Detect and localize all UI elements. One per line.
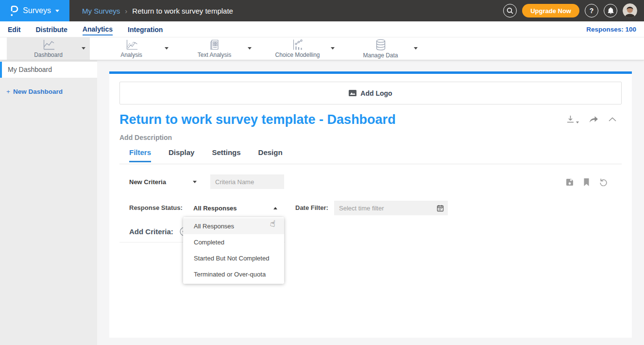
- add-logo-label: Add Logo: [360, 89, 392, 97]
- product-menu[interactable]: Surveys: [0, 0, 69, 21]
- new-dashboard-label: New Dashboard: [13, 88, 63, 95]
- criteria-type-value: New Criteria: [129, 178, 166, 186]
- chevron-up-icon: [273, 207, 277, 209]
- date-filter-field: [334, 201, 448, 215]
- chevron-down-icon[interactable]: [165, 47, 169, 50]
- reset-button[interactable]: [599, 178, 608, 186]
- response-status-menu: All Responses Completed Started But Not …: [183, 217, 284, 284]
- chevron-down-icon[interactable]: [414, 47, 418, 50]
- response-status-dropdown[interactable]: All Responses: [193, 201, 281, 215]
- chevron-down-icon: [576, 121, 579, 123]
- bell-icon: [608, 7, 614, 14]
- toolbar-dashboard-label: Dashboard: [34, 52, 63, 58]
- topbar-actions: Upgrade Now ?: [503, 0, 637, 21]
- add-criteria-label: Add Criteria:: [129, 227, 173, 236]
- page-title: Return to work survey template - Dashboa…: [119, 112, 396, 127]
- toolbar-manage-data[interactable]: Manage Data: [339, 37, 422, 60]
- bookmark-button[interactable]: [583, 178, 590, 186]
- download-icon: [566, 115, 575, 123]
- sidebar-item-my-dashboard[interactable]: My Dashboard: [0, 62, 97, 78]
- nav-distribute[interactable]: Distribute: [35, 23, 67, 35]
- breadcrumb-current-survey: Return to work survey template: [132, 7, 233, 15]
- tab-filters[interactable]: Filters: [129, 148, 151, 162]
- add-logo-button[interactable]: Add Logo: [119, 82, 622, 104]
- database-icon: [375, 39, 387, 51]
- upgrade-now-button[interactable]: Upgrade Now: [522, 4, 579, 17]
- toolbar-choice-modelling[interactable]: Choice Modelling: [256, 37, 339, 60]
- response-status-value: All Responses: [193, 205, 237, 212]
- criteria-actions: [566, 178, 608, 186]
- breadcrumb-my-surveys[interactable]: My Surveys: [82, 7, 120, 15]
- card-accent-bar: [109, 71, 632, 74]
- dashboard-actions: [566, 115, 616, 123]
- tabs-divider: [119, 164, 622, 164]
- share-button[interactable]: [589, 116, 598, 123]
- calendar-icon[interactable]: [437, 205, 444, 212]
- settings-tabs: Filters Display Settings Design: [129, 148, 283, 162]
- chevron-up-icon: [609, 117, 616, 121]
- floppy-disk-icon: [566, 178, 574, 186]
- date-filter-label: Date Filter:: [295, 201, 328, 215]
- plus-icon: +: [6, 88, 10, 95]
- toolbar-analysis-label: Analysis: [120, 52, 142, 58]
- image-icon: [349, 90, 356, 96]
- response-status-label: Response Status:: [129, 201, 183, 215]
- responses-count: Responses: 100: [586, 26, 636, 33]
- user-avatar[interactable]: [623, 3, 637, 18]
- chevron-down-icon[interactable]: [248, 47, 252, 50]
- collapse-button[interactable]: [609, 117, 616, 121]
- toolbar-dashboard[interactable]: Dashboard: [7, 37, 90, 60]
- tab-design[interactable]: Design: [258, 148, 283, 162]
- question-mark-icon: ?: [590, 7, 594, 15]
- choice-modelling-icon: [291, 39, 304, 51]
- text-analysis-icon: [209, 39, 220, 51]
- analytics-toolbar: Dashboard Analysis Text Analysis: [0, 37, 644, 60]
- dashboard-card: Add Logo Return to work survey template …: [109, 71, 632, 338]
- chevron-down-icon: [193, 181, 197, 183]
- criteria-name-input[interactable]: [210, 174, 284, 189]
- menu-option-all-responses[interactable]: All Responses: [183, 218, 284, 234]
- date-filter-input[interactable]: [334, 201, 448, 215]
- tab-display[interactable]: Display: [169, 148, 194, 162]
- breadcrumb-separator: ›: [125, 7, 127, 15]
- menu-option-started-not-completed[interactable]: Started But Not Completed: [183, 250, 284, 266]
- add-criteria-row: Add Criteria:: [129, 227, 189, 236]
- new-dashboard-button[interactable]: +New Dashboard: [6, 88, 97, 95]
- nav-edit[interactable]: Edit: [8, 23, 20, 35]
- tab-settings[interactable]: Settings: [212, 148, 240, 162]
- topbar: Surveys My Surveys › Return to work surv…: [0, 0, 644, 21]
- criteria-row: New Criteria: [109, 174, 632, 189]
- chevron-down-icon: [55, 10, 59, 12]
- questionpro-logo-icon: [10, 5, 18, 17]
- reset-icon: [599, 178, 608, 186]
- breadcrumb: My Surveys › Return to work survey templ…: [82, 7, 233, 15]
- search-icon: [507, 7, 513, 14]
- nav-integration[interactable]: Integration: [128, 23, 163, 35]
- toolbar-manage-data-label: Manage Data: [363, 52, 398, 59]
- notifications-button[interactable]: [604, 4, 617, 17]
- toolbar-text-analysis-label: Text Analysis: [198, 52, 231, 58]
- help-button[interactable]: ?: [585, 4, 598, 17]
- product-name: Surveys: [23, 6, 51, 15]
- main-content: Add Logo Return to work survey template …: [97, 60, 644, 345]
- chevron-down-icon[interactable]: [82, 47, 85, 50]
- download-button[interactable]: [566, 115, 579, 123]
- toolbar-analysis[interactable]: Analysis: [90, 37, 173, 60]
- share-icon: [589, 116, 598, 123]
- add-description-button[interactable]: Add Description: [119, 134, 172, 141]
- toolbar-text-analysis[interactable]: Text Analysis: [173, 37, 256, 60]
- toolbar-choice-modelling-label: Choice Modelling: [275, 52, 320, 58]
- criteria-type-dropdown[interactable]: New Criteria: [129, 174, 202, 189]
- dashboard-chart-icon: [42, 39, 55, 51]
- nav-analytics[interactable]: Analytics: [83, 23, 113, 35]
- analysis-chart-icon: [125, 39, 138, 51]
- save-button[interactable]: [566, 178, 574, 186]
- chevron-down-icon[interactable]: [331, 47, 335, 50]
- menu-option-terminated-overquota[interactable]: Terminated or Over-quota: [183, 266, 284, 282]
- menu-option-completed[interactable]: Completed: [183, 234, 284, 250]
- status-date-row: Response Status: All Responses Date Filt…: [109, 201, 632, 215]
- module-nav: Edit Distribute Analytics Integration Re…: [0, 21, 644, 37]
- search-button[interactable]: [503, 4, 517, 17]
- dashboard-sidebar: My Dashboard +New Dashboard: [0, 60, 97, 345]
- bookmark-icon: [583, 178, 590, 186]
